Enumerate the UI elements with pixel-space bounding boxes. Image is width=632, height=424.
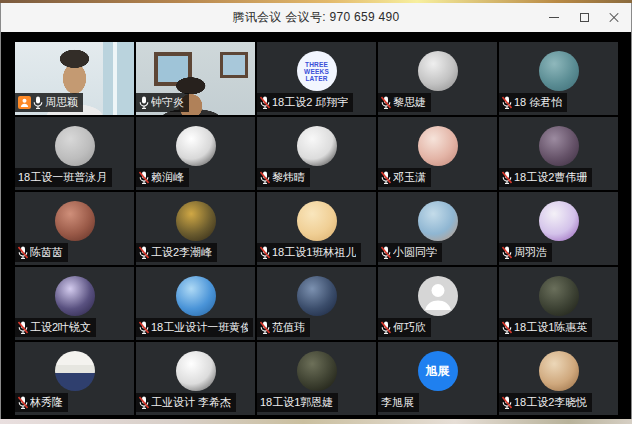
participant-name: 钟守炎 [151, 95, 184, 110]
minimize-button[interactable] [539, 3, 569, 32]
participant-name: 周羽浩 [514, 245, 547, 260]
name-bar: 周思颖 [15, 93, 83, 112]
avatar [418, 276, 458, 316]
participant-tile[interactable]: 何巧欣 [378, 267, 497, 340]
participant-name: 邓玉潇 [393, 170, 426, 185]
mic-muted-icon [381, 246, 391, 259]
mic-muted-icon [139, 171, 149, 184]
name-bar: 何巧欣 [378, 318, 431, 337]
participant-name: 工设2叶锐文 [30, 320, 91, 335]
maximize-icon [580, 13, 589, 22]
participant-tile[interactable]: 小圆同学 [378, 192, 497, 265]
avatar [297, 126, 337, 166]
participant-tile[interactable]: 赖润峰 [136, 117, 255, 190]
participant-tile[interactable]: 邓玉潇 [378, 117, 497, 190]
avatar: 旭展 [418, 351, 458, 391]
person-silhouette-icon [418, 276, 458, 316]
participant-tile[interactable]: 林秀隆 [15, 342, 134, 415]
avatar [55, 126, 95, 166]
mic-muted-icon [18, 246, 28, 259]
participant-name: 18 徐君怡 [514, 95, 562, 110]
participant-tile[interactable]: 黎炜晴 [257, 117, 376, 190]
participant-name: 何巧欣 [393, 320, 426, 335]
desktop: 腾讯会议 会议号: 970 659 490 周思颖钟守炎THREE WEEKS … [0, 0, 632, 424]
participant-tile[interactable]: 18工设1郭恩婕 [257, 342, 376, 415]
name-bar: 陈茵茵 [15, 243, 68, 262]
participant-tile[interactable]: 钟守炎 [136, 42, 255, 115]
participant-name: 18工设一班普泳月 [18, 170, 107, 185]
close-icon [609, 13, 619, 23]
name-bar: 工业设计 李希杰 [136, 393, 236, 412]
avatar [539, 351, 579, 391]
mic-muted-icon [502, 171, 512, 184]
mic-muted-icon [139, 321, 149, 334]
avatar [55, 351, 95, 391]
mic-muted-icon [502, 396, 512, 409]
participant-tile[interactable]: 工业设计 李希杰 [136, 342, 255, 415]
host-icon [18, 96, 31, 109]
mic-muted-icon [139, 246, 149, 259]
avatar [176, 351, 216, 391]
participant-tile[interactable]: 18工设1陈惠英 [499, 267, 618, 340]
participant-name: 工业设计 李希杰 [151, 395, 231, 410]
title-bar[interactable]: 腾讯会议 会议号: 970 659 490 [1, 3, 631, 32]
avatar [176, 276, 216, 316]
participant-name: 林秀隆 [30, 395, 63, 410]
participant-tile[interactable]: 周思颖 [15, 42, 134, 115]
participant-tile[interactable]: 周羽浩 [499, 192, 618, 265]
mic-muted-icon [381, 171, 391, 184]
avatar [418, 201, 458, 241]
participant-name: 黎思婕 [393, 95, 426, 110]
participant-tile[interactable]: 工设2李潮峰 [136, 192, 255, 265]
name-bar: 18工设2曹伟珊 [499, 168, 592, 187]
avatar [176, 126, 216, 166]
participant-tile[interactable]: 18工设2李晓悦 [499, 342, 618, 415]
window-title: 腾讯会议 会议号: 970 659 490 [232, 9, 399, 26]
participant-name: 18工设1郭恩婕 [260, 395, 333, 410]
name-bar: 李旭展 [378, 393, 419, 412]
participant-tile[interactable]: 范值玮 [257, 267, 376, 340]
participant-tile[interactable]: 旭展李旭展 [378, 342, 497, 415]
desktop-edge-bottom [0, 419, 632, 424]
mic-muted-icon [502, 321, 512, 334]
mic-muted-icon [381, 321, 391, 334]
avatar: THREE WEEKS LATER [297, 51, 337, 91]
participant-tile[interactable]: 18工业设计一班黄俊... [136, 267, 255, 340]
participant-name: 18工业设计一班黄俊... [151, 320, 248, 335]
name-bar: 钟守炎 [136, 93, 189, 112]
participant-tile[interactable]: THREE WEEKS LATER18工设2 邱翔宇 [257, 42, 376, 115]
avatar [176, 201, 216, 241]
avatar [539, 201, 579, 241]
participant-name: 陈茵茵 [30, 245, 63, 260]
avatar-text: THREE WEEKS LATER [304, 61, 329, 82]
name-bar: 18工设1陈惠英 [499, 318, 592, 337]
participant-name: 18工设2李晓悦 [514, 395, 587, 410]
name-bar: 工设2叶锐文 [15, 318, 96, 337]
name-bar: 林秀隆 [15, 393, 68, 412]
name-bar: 18工设1郭恩婕 [257, 393, 338, 412]
participant-name: 18工设2曹伟珊 [514, 170, 587, 185]
maximize-button[interactable] [569, 3, 599, 32]
name-bar: 赖润峰 [136, 168, 189, 187]
avatar [55, 276, 95, 316]
participant-tile[interactable]: 18工设2曹伟珊 [499, 117, 618, 190]
participant-tile[interactable]: 黎思婕 [378, 42, 497, 115]
participant-name: 范值玮 [272, 320, 305, 335]
name-bar: 18工设2 邱翔宇 [257, 93, 353, 112]
participant-tile[interactable]: 工设2叶锐文 [15, 267, 134, 340]
meeting-content: 周思颖钟守炎THREE WEEKS LATER18工设2 邱翔宇黎思婕18 徐君… [1, 32, 631, 419]
participant-tile[interactable]: 18 徐君怡 [499, 42, 618, 115]
mic-muted-icon [260, 321, 270, 334]
minimize-icon [549, 17, 559, 18]
close-button[interactable] [599, 3, 629, 32]
participant-name: 赖润峰 [151, 170, 184, 185]
participant-tile[interactable]: 陈茵茵 [15, 192, 134, 265]
participant-tile[interactable]: 18工设一班普泳月 [15, 117, 134, 190]
participant-tile[interactable]: 18工设1班林祖儿 [257, 192, 376, 265]
name-bar: 18工设一班普泳月 [15, 168, 112, 187]
name-bar: 18工设2李晓悦 [499, 393, 592, 412]
name-bar: 18 徐君怡 [499, 93, 567, 112]
avatar-text: 旭展 [426, 363, 450, 380]
avatar [418, 126, 458, 166]
mic-muted-icon [260, 96, 270, 109]
